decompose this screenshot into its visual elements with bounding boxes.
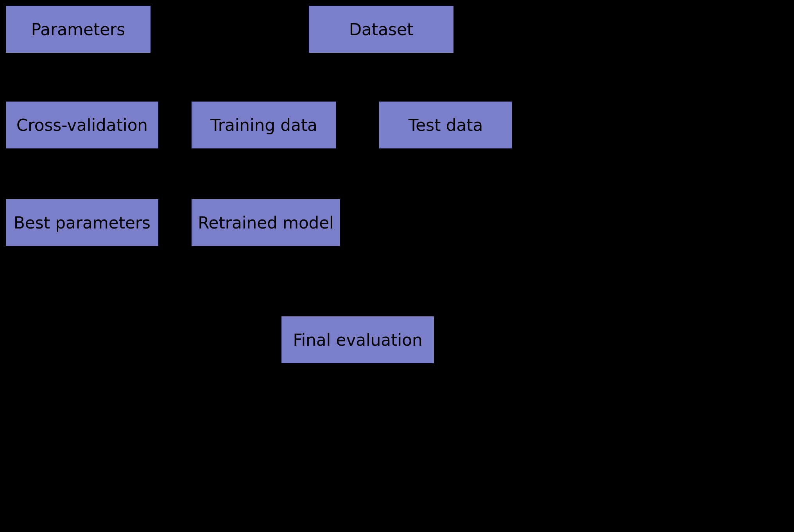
best-parameters-node: Best parameters — [6, 199, 158, 246]
retrained-model-label: Retrained model — [198, 213, 334, 232]
parameters-label: Parameters — [31, 20, 125, 39]
dataset-node: Dataset — [309, 6, 453, 53]
cross-validation-node: Cross-validation — [6, 102, 158, 148]
final-evaluation-node: Final evaluation — [281, 316, 434, 363]
final-evaluation-label: Final evaluation — [293, 330, 422, 350]
best-parameters-label: Best parameters — [14, 213, 151, 232]
test-data-node: Test data — [379, 102, 512, 148]
training-data-node: Training data — [192, 102, 336, 148]
parameters-node: Parameters — [6, 6, 151, 53]
dataset-label: Dataset — [349, 20, 413, 39]
training-data-label: Training data — [210, 116, 317, 135]
test-data-label: Test data — [409, 116, 483, 135]
retrained-model-node: Retrained model — [192, 199, 340, 246]
cross-validation-label: Cross-validation — [16, 116, 148, 135]
